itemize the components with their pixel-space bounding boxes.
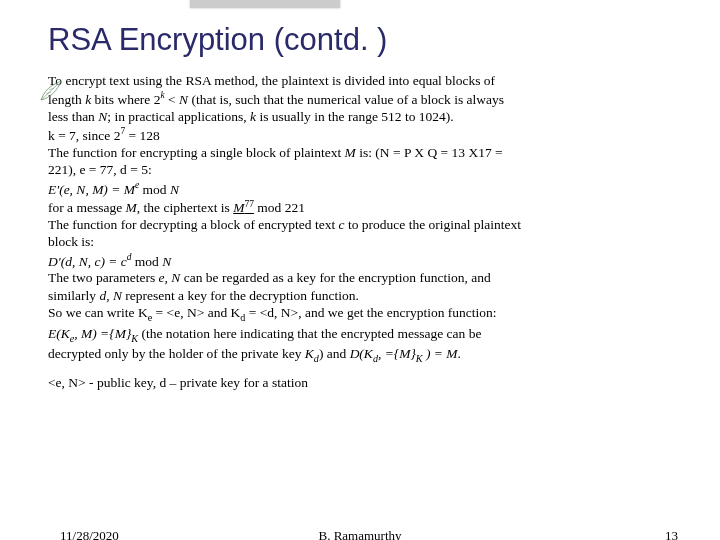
text-line: The function for decrypting a block of e… xyxy=(48,216,682,233)
text-line: The two parameters e, N can be regarded … xyxy=(48,269,682,286)
text-line: E'(e, N, M) = Me mod N xyxy=(48,179,682,198)
top-shadow xyxy=(190,0,340,8)
slide-title: RSA Encryption (contd. ) xyxy=(48,22,682,58)
text-line: E(Ke, M) ={M}K (the notation here indica… xyxy=(48,325,682,346)
text-line: for a message M, the ciphertext is M77 m… xyxy=(48,197,682,216)
text-line: k = 7, since 27 = 128 xyxy=(48,125,682,144)
leaf-icon xyxy=(38,78,64,104)
slide-body: To encrypt text using the RSA method, th… xyxy=(48,72,682,391)
text-line: 221), e = 77, d = 5: xyxy=(48,161,682,178)
footer-author: B. Ramamurthy xyxy=(0,528,720,540)
slide-content: RSA Encryption (contd. ) To encrypt text… xyxy=(0,0,720,391)
text-line: D'(d, N, c) = cd mod N xyxy=(48,251,682,270)
text-line: length k bits where 2k < N (that is, suc… xyxy=(48,89,682,108)
text-line: less than N; in practical applications, … xyxy=(48,108,682,125)
text-line: The function for encrypting a single blo… xyxy=(48,144,682,161)
text-line: So we can write Ke = <e, N> and Kd = <d,… xyxy=(48,304,682,325)
footer-page: 13 xyxy=(665,528,678,540)
text-line: decrypted only by the holder of the priv… xyxy=(48,345,682,366)
text-line: similarly d, N represent a key for the d… xyxy=(48,287,682,304)
text-line: <e, N> - public key, d – private key for… xyxy=(48,374,682,391)
text-line: To encrypt text using the RSA method, th… xyxy=(48,72,682,89)
text-line: block is: xyxy=(48,233,682,250)
